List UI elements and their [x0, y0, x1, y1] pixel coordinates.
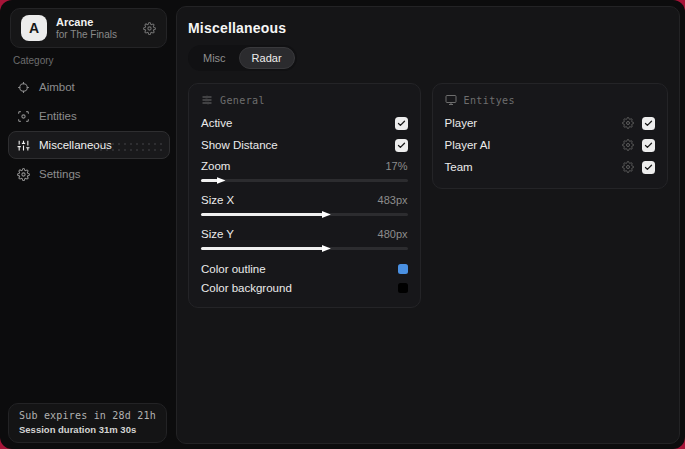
- check-icon: [644, 119, 653, 128]
- slider-fill: [201, 179, 218, 182]
- app-subtitle: for The Finals: [56, 30, 117, 40]
- size-x-value: 483px: [378, 194, 408, 206]
- general-panel-title: General: [220, 95, 265, 106]
- panels-row: General Active Show Distance Z: [188, 83, 668, 308]
- slider-label: Size X: [201, 194, 234, 206]
- entity-row-player-ai: Player AI: [445, 134, 655, 156]
- tab-bar: Misc Radar: [188, 45, 297, 71]
- zoom-slider-group: Zoom 17%: [201, 157, 408, 182]
- entity-label: Team: [445, 161, 473, 173]
- color-background-row: Color background: [201, 278, 408, 297]
- slider-thumb[interactable]: [217, 176, 226, 185]
- color-background-swatch[interactable]: [398, 283, 408, 293]
- slider-label: Zoom: [201, 160, 230, 172]
- toggle-row-active: Active: [201, 112, 408, 134]
- toggle-row-show-distance: Show Distance: [201, 134, 408, 156]
- app-settings-gear-icon[interactable]: [143, 22, 156, 35]
- sliders-horizontal-icon: [201, 94, 213, 106]
- check-icon: [397, 141, 406, 150]
- slider-fill: [201, 213, 323, 216]
- scan-icon: [17, 110, 30, 123]
- entities-panel: Entityes Player Player AI: [432, 83, 668, 189]
- toggle-label: Active: [201, 117, 232, 129]
- team-config-gear-icon[interactable]: [622, 161, 634, 173]
- crosshair-icon: [17, 81, 30, 94]
- size-x-slider-group: Size X 483px: [201, 191, 408, 216]
- check-icon: [644, 163, 653, 172]
- slider-fill: [201, 247, 323, 250]
- monitor-icon: [445, 94, 457, 106]
- size-x-slider[interactable]: [201, 213, 408, 216]
- category-label: Category: [13, 55, 54, 66]
- toggle-label: Show Distance: [201, 139, 278, 151]
- show-distance-checkbox[interactable]: [395, 139, 408, 152]
- page-title: Miscellaneous: [188, 20, 668, 36]
- session-duration-text: Session duration 31m 30s: [19, 424, 156, 435]
- entity-label: Player: [445, 117, 478, 129]
- player-ai-checkbox[interactable]: [642, 139, 655, 152]
- gear-icon: [17, 168, 30, 181]
- sidebar-item-entities[interactable]: Entities: [8, 102, 170, 130]
- sliders-icon: [17, 139, 30, 152]
- zoom-slider[interactable]: [201, 179, 408, 182]
- color-outline-swatch[interactable]: [398, 264, 408, 274]
- app-logo: A: [21, 15, 47, 41]
- sidebar-item-settings[interactable]: Settings: [8, 160, 170, 188]
- app-card: A Arcane for The Finals: [10, 8, 167, 48]
- sidebar-item-miscellaneous[interactable]: Miscellaneous: [8, 131, 170, 159]
- sidebar-item-label: Settings: [39, 168, 81, 180]
- sidebar-nav: Aimbot Entities Miscellaneous Settings: [8, 73, 170, 188]
- entity-row-team: Team: [445, 156, 655, 178]
- app-title-block: Arcane for The Finals: [56, 17, 117, 40]
- sidebar-item-aimbot[interactable]: Aimbot: [8, 73, 170, 101]
- team-checkbox[interactable]: [642, 161, 655, 174]
- zoom-value: 17%: [386, 160, 408, 172]
- player-config-gear-icon[interactable]: [622, 117, 634, 129]
- subscription-card: Sub expires in 28d 21h Session duration …: [8, 403, 167, 443]
- slider-thumb[interactable]: [322, 244, 331, 253]
- active-checkbox[interactable]: [395, 117, 408, 130]
- color-outline-row: Color outline: [201, 259, 408, 278]
- slider-label: Size Y: [201, 228, 234, 240]
- color-label: Color outline: [201, 263, 266, 275]
- sidebar-item-label: Aimbot: [39, 81, 75, 93]
- tab-misc[interactable]: Misc: [190, 47, 239, 69]
- app-name: Arcane: [56, 17, 117, 28]
- size-y-slider-group: Size Y 480px: [201, 225, 408, 250]
- entities-panel-header: Entityes: [445, 92, 655, 108]
- player-ai-config-gear-icon[interactable]: [622, 139, 634, 151]
- general-panel: General Active Show Distance Z: [188, 83, 421, 308]
- slider-thumb[interactable]: [322, 210, 331, 219]
- entity-label: Player AI: [445, 139, 491, 151]
- entity-row-player: Player: [445, 112, 655, 134]
- entities-panel-title: Entityes: [464, 95, 515, 106]
- sidebar: A Arcane for The Finals Category Aimbot: [0, 0, 175, 449]
- sidebar-item-label: Entities: [39, 110, 77, 122]
- check-icon: [397, 119, 406, 128]
- main-panel: Miscellaneous Misc Radar General Active: [176, 6, 680, 444]
- sidebar-item-label: Miscellaneous: [39, 139, 112, 151]
- tab-radar[interactable]: Radar: [239, 47, 295, 69]
- check-icon: [644, 141, 653, 150]
- color-label: Color background: [201, 282, 292, 294]
- sub-expiry-text: Sub expires in 28d 21h: [19, 410, 156, 421]
- app-window: A Arcane for The Finals Category Aimbot: [0, 0, 685, 449]
- player-checkbox[interactable]: [642, 117, 655, 130]
- general-panel-header: General: [201, 92, 408, 108]
- size-y-slider[interactable]: [201, 247, 408, 250]
- size-y-value: 480px: [378, 228, 408, 240]
